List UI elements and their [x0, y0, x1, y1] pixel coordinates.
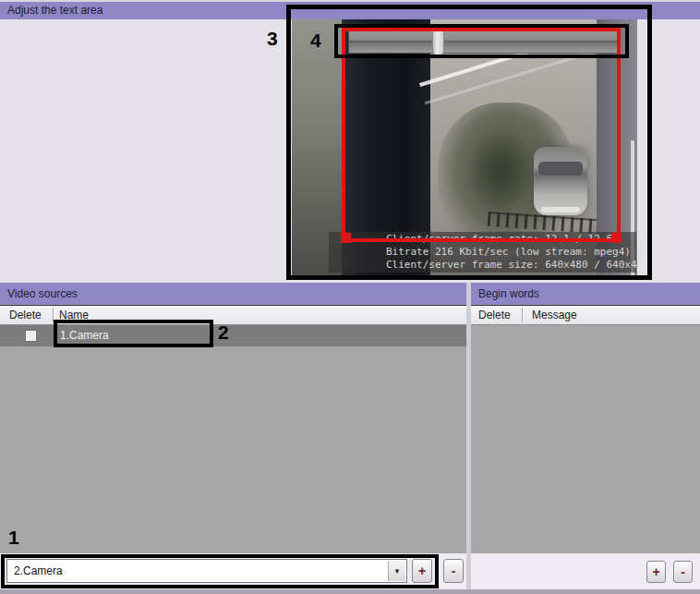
begin-words-column-header: Delete Message	[471, 305, 700, 325]
adjust-text-area-dialog: Adjust the text area Client/server frame…	[0, 0, 700, 594]
annotation-box-2	[54, 320, 213, 347]
video-sources-title: Video sources	[7, 283, 78, 305]
begin-words-header: Begin words	[471, 283, 700, 305]
window-bottom-edge	[0, 589, 700, 594]
begin-words-list[interactable]	[471, 325, 700, 553]
delete-checkbox[interactable]	[25, 330, 37, 342]
annotation-box-1	[1, 554, 439, 588]
column-separator	[522, 308, 523, 322]
remove-video-source-button[interactable]: -	[443, 559, 464, 583]
annotation-label-3: 3	[267, 29, 278, 48]
video-sources-header: Video sources	[0, 283, 466, 305]
dialog-title: Adjust the text area	[7, 2, 103, 19]
annotation-label-2: 2	[218, 322, 229, 342]
column-delete: Delete	[478, 306, 511, 324]
video-sources-list[interactable]	[0, 346, 466, 553]
annotation-label-1: 1	[8, 527, 19, 547]
column-delete: Delete	[9, 306, 42, 324]
remove-begin-word-button[interactable]: -	[673, 561, 693, 583]
column-message: Message	[532, 306, 577, 324]
annotation-label-4: 4	[310, 30, 321, 50]
begin-words-title: Begin words	[478, 283, 539, 305]
add-begin-word-button[interactable]: +	[646, 561, 666, 583]
annotation-box-3	[286, 5, 652, 280]
